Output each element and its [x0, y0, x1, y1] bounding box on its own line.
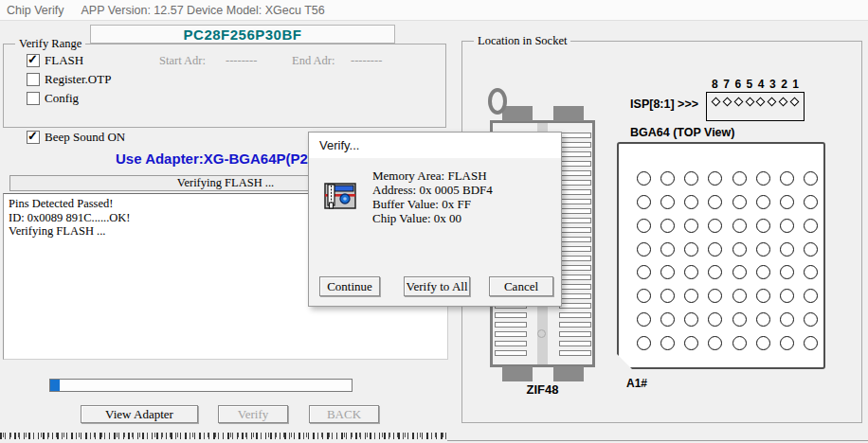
zif-pin-slot — [495, 341, 527, 346]
bga-ball — [732, 312, 747, 327]
bga-ball — [732, 265, 747, 279]
verify-dialog-title: Verify... — [319, 138, 359, 152]
isp-pin-number: 1 — [792, 78, 799, 91]
bga-ball — [660, 289, 675, 303]
bga-ball — [804, 336, 818, 350]
beep-sound-checkbox[interactable] — [27, 131, 40, 144]
zif-pin-slot — [559, 237, 591, 242]
chip-name: PC28F256P30BF — [184, 27, 302, 43]
zif-pin-slot — [559, 265, 591, 271]
bga64-label: BGA64 (TOP View) — [630, 126, 734, 139]
flash-checkbox-label: FLASH — [45, 53, 83, 68]
bga-ball — [660, 195, 675, 209]
isp-pin-number: 3 — [769, 78, 776, 91]
isp-pin-hole — [789, 97, 799, 107]
bga-ball — [708, 195, 722, 209]
zif-pin-slot — [559, 208, 591, 214]
zif-right-pins — [559, 133, 591, 360]
verify-dialog-titlebar[interactable]: Verify... — [309, 133, 561, 158]
view-adapter-button[interactable]: View Adapter — [81, 405, 198, 423]
bga-ball — [684, 265, 698, 279]
window-titlebar: Chip Verify APP Version: 12.57 Device Mo… — [0, 0, 868, 21]
verify-button[interactable]: Verify — [218, 405, 288, 423]
view-adapter-button-label: View Adapter — [105, 407, 173, 422]
config-checkbox[interactable] — [27, 92, 40, 105]
bga-ball — [804, 219, 818, 233]
bga-ball — [804, 289, 818, 303]
bga-ball — [708, 265, 722, 279]
progress-chunk — [50, 380, 60, 391]
zif-pin-slot — [559, 142, 591, 148]
verify-to-all-button-label: Verify to All — [407, 279, 468, 294]
bga-ball — [780, 336, 794, 350]
back-button-label: BACK — [327, 407, 361, 422]
end-adr-value: -------- — [351, 54, 382, 68]
cancel-button[interactable]: Cancel — [489, 276, 553, 296]
isp-pin-number: 6 — [734, 78, 741, 91]
zif-rail-hole — [537, 329, 546, 338]
bga-ball — [780, 171, 794, 186]
bga-ball — [660, 171, 675, 186]
zif-pin-slot — [559, 246, 591, 252]
zif-pin-slot — [495, 331, 527, 337]
bga-ball — [684, 242, 698, 257]
bga-ball — [732, 336, 747, 350]
register-otp-checkbox[interactable] — [27, 73, 40, 86]
isp-pin-hole — [756, 97, 766, 107]
bga-ball — [684, 336, 698, 350]
zif-pin-slot — [559, 151, 591, 157]
isp-pin-number: 8 — [712, 78, 718, 91]
zif-pin-slot — [559, 284, 591, 290]
zif-pin-slot — [559, 256, 591, 261]
bga-ball — [637, 336, 651, 350]
bga-ball — [732, 242, 747, 257]
zif-pin-slot — [559, 293, 591, 299]
bga-ball — [684, 312, 698, 327]
verify-button-label: Verify — [238, 407, 269, 422]
bga-ball — [756, 219, 770, 233]
bga-ball — [804, 265, 818, 279]
bga-ball — [637, 195, 651, 209]
continue-button[interactable]: Continue — [319, 276, 380, 296]
bga-ball — [756, 289, 770, 303]
bga-ball — [732, 219, 747, 233]
isp-pin-hole — [745, 97, 754, 107]
dialog-chip-value: Chip Value: 0x 00 — [372, 211, 493, 225]
bga-ball — [660, 312, 675, 327]
isp-pin-hole — [733, 97, 743, 107]
bga-ball — [804, 171, 818, 186]
zif-pin-slot — [559, 303, 591, 309]
bga-ball — [637, 265, 651, 279]
verify-dialog: Verify... Memory Area: FLASH Address: 0x… — [308, 132, 562, 307]
flash-checkbox[interactable] — [27, 54, 40, 67]
dialog-address: Address: 0x 0005 BDF4 — [372, 183, 493, 197]
isp-pin-holes — [707, 93, 804, 105]
clipped-window-text-strip — [0, 433, 447, 443]
isp-pin-numbers: 87654321 — [706, 78, 805, 91]
zif-pin-slot — [559, 341, 591, 346]
bga-ball — [780, 242, 794, 257]
zif-pin-slot — [495, 350, 527, 356]
cancel-button-label: Cancel — [504, 279, 538, 294]
bga-ball — [780, 265, 794, 279]
verify-to-all-button[interactable]: Verify to All — [404, 276, 470, 296]
bga-ball — [684, 219, 698, 233]
isp-pin-hole — [768, 97, 777, 107]
bga-ball — [660, 265, 675, 279]
isp-pin-hole — [712, 97, 721, 107]
bga-ball — [660, 219, 675, 233]
bga-ball — [780, 195, 794, 209]
bga-ball — [756, 265, 770, 279]
isp-pin-hole — [779, 97, 788, 107]
bga-ball — [756, 312, 770, 327]
bga-ball — [732, 289, 747, 303]
zif-pin-slot — [559, 133, 591, 138]
bga-ball — [780, 289, 794, 303]
zif-pin-slot — [559, 180, 591, 186]
drive-icon — [324, 182, 356, 210]
back-button[interactable]: BACK — [309, 405, 379, 423]
zif-pin-slot — [559, 275, 591, 280]
bga-ball — [708, 219, 722, 233]
zif-tab — [502, 366, 533, 381]
chip-name-box: PC28F256P30BF — [90, 25, 395, 44]
